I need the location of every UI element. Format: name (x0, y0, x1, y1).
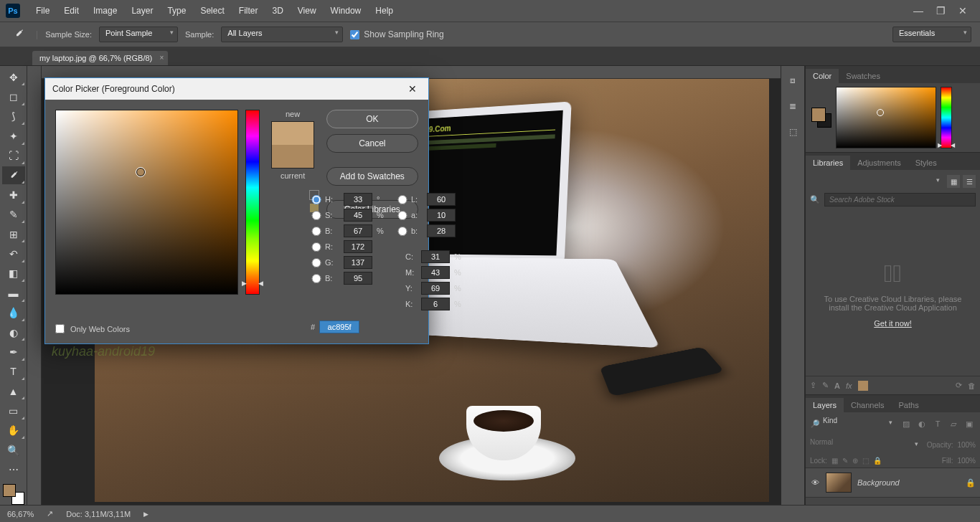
filter-adjust-icon[interactable]: ◐ (915, 417, 928, 430)
character-panel-icon[interactable]: ⬚ (785, 125, 801, 139)
adjustments-tab[interactable]: Adjustments (850, 156, 908, 170)
document-tab[interactable]: my laptop.jpg @ 66,7% (RGB/8) × (32, 51, 168, 65)
libraries-tab[interactable]: Libraries (806, 156, 850, 170)
crop-tool[interactable]: ⛶ (2, 147, 25, 165)
history-brush-tool[interactable]: ↶ (2, 245, 25, 262)
picker-ring[interactable] (136, 168, 145, 176)
filter-shape-icon[interactable]: ▱ (947, 417, 960, 430)
close-icon[interactable]: ✕ (958, 5, 967, 16)
history-panel-icon[interactable]: ⧈ (785, 73, 801, 87)
g-input[interactable] (344, 256, 372, 269)
filter-pixel-icon[interactable]: ▨ (900, 417, 913, 430)
l-radio[interactable] (397, 195, 408, 204)
stamp-tool[interactable]: ⊞ (2, 225, 25, 243)
marquee-tool[interactable]: ◻ (2, 87, 25, 105)
fx-icon[interactable]: fx (846, 381, 852, 390)
lock-position-icon[interactable]: ⊕ (852, 457, 858, 465)
r-radio[interactable] (311, 242, 322, 252)
m-input[interactable] (421, 266, 450, 279)
sync-icon[interactable]: ⟳ (956, 381, 962, 390)
menu-edit[interactable]: Edit (57, 3, 86, 19)
zoom-tool[interactable]: 🔍 (2, 441, 25, 459)
swatches-tab[interactable]: Swatches (839, 69, 887, 83)
layer-name[interactable]: Background (857, 478, 900, 487)
restore-icon[interactable]: ❐ (936, 5, 946, 16)
b-input[interactable] (344, 224, 372, 237)
only-web-colors-checkbox[interactable] (55, 324, 65, 333)
share-icon[interactable]: ↗ (47, 509, 53, 518)
color-picker-field[interactable] (55, 110, 238, 295)
healing-tool[interactable]: ✚ (2, 186, 25, 204)
opacity-value[interactable]: 100% (957, 441, 976, 449)
hue-slider[interactable]: ▶◀ (941, 87, 952, 148)
dialog-close-icon[interactable]: ✕ (404, 82, 421, 96)
menu-file[interactable]: File (29, 3, 57, 19)
g-radio[interactable] (311, 258, 322, 267)
layer-filter-kind[interactable]: Kind (823, 417, 897, 431)
show-sampling-ring-checkbox[interactable] (350, 30, 359, 39)
add-to-swatches-button[interactable]: Add to Swatches (326, 167, 418, 186)
menu-image[interactable]: Image (86, 3, 124, 19)
blend-mode-select[interactable]: Normal (810, 438, 923, 451)
paths-tab[interactable]: Paths (892, 398, 926, 412)
sample-select[interactable]: All Layers (221, 27, 343, 42)
lock-pixels-icon[interactable]: ✎ (842, 457, 848, 465)
menu-select[interactable]: Select (193, 3, 231, 19)
channels-tab[interactable]: Channels (844, 398, 891, 412)
type-tool[interactable]: T (2, 363, 25, 381)
b2-input[interactable] (427, 224, 456, 237)
dodge-tool[interactable]: ◐ (2, 323, 25, 341)
pen-tool[interactable]: ✒ (2, 343, 25, 361)
filter-smart-icon[interactable]: ▣ (963, 417, 976, 430)
menu-help[interactable]: Help (368, 3, 400, 19)
a-input[interactable] (427, 209, 456, 222)
k-input[interactable] (421, 298, 450, 310)
menu-3d[interactable]: 3D (265, 3, 290, 19)
bl-radio[interactable] (311, 274, 322, 283)
fill-value[interactable]: 100% (957, 457, 976, 465)
layer-row-background[interactable]: 👁 Background 🔒 (806, 468, 980, 498)
brush-tool[interactable]: ✎ (2, 206, 25, 224)
blur-tool[interactable]: 💧 (2, 304, 25, 322)
h-input[interactable] (344, 193, 372, 206)
hue-bar[interactable]: ▶◀ (245, 110, 260, 295)
h-radio[interactable] (311, 195, 322, 204)
shape-tool[interactable]: ▭ (2, 402, 25, 419)
hex-input[interactable] (319, 321, 359, 333)
zoom-level[interactable]: 66,67% (7, 510, 34, 518)
list-view-icon[interactable]: ☰ (963, 175, 976, 188)
upload-icon[interactable]: ⇪ (810, 381, 816, 390)
lock-transparency-icon[interactable]: ▦ (831, 457, 838, 465)
minimize-icon[interactable]: — (913, 5, 923, 16)
char-style-icon[interactable]: A (834, 381, 840, 390)
eraser-tool[interactable]: ◧ (2, 265, 25, 283)
lock-artboard-icon[interactable]: ⬚ (862, 457, 869, 465)
path-select-tool[interactable]: ▲ (2, 382, 25, 400)
dialog-titlebar[interactable]: Color Picker (Foreground Color) ✕ (45, 78, 428, 100)
eyedropper-tool[interactable] (2, 166, 25, 184)
ok-button[interactable]: OK (326, 110, 418, 128)
color-tab[interactable]: Color (806, 69, 839, 83)
brush-footer-icon[interactable]: ✎ (822, 381, 829, 390)
b-radio[interactable] (311, 227, 322, 236)
layer-thumbnail[interactable] (826, 473, 852, 493)
trash-icon[interactable]: 🗑 (968, 381, 976, 390)
cancel-button[interactable]: Cancel (326, 134, 418, 153)
quick-select-tool[interactable]: ✦ (2, 127, 25, 145)
grid-view-icon[interactable]: ▦ (947, 175, 960, 188)
r-input[interactable] (344, 240, 372, 253)
lock-all-icon[interactable]: 🔒 (873, 457, 882, 465)
tab-close-icon[interactable]: × (159, 54, 164, 62)
filter-type-icon[interactable]: T (931, 417, 944, 430)
visibility-icon[interactable]: 👁 (810, 478, 820, 487)
c-input[interactable] (421, 250, 450, 263)
layers-tab[interactable]: Layers (806, 398, 844, 412)
menu-window[interactable]: Window (324, 3, 369, 19)
foreground-swatch[interactable] (3, 484, 16, 497)
b2-radio[interactable] (397, 227, 408, 236)
move-tool[interactable]: ✥ (2, 68, 25, 86)
menu-view[interactable]: View (291, 3, 324, 19)
styles-tab[interactable]: Styles (908, 156, 944, 170)
color-swatches[interactable] (3, 484, 24, 505)
y-input[interactable] (421, 282, 450, 295)
